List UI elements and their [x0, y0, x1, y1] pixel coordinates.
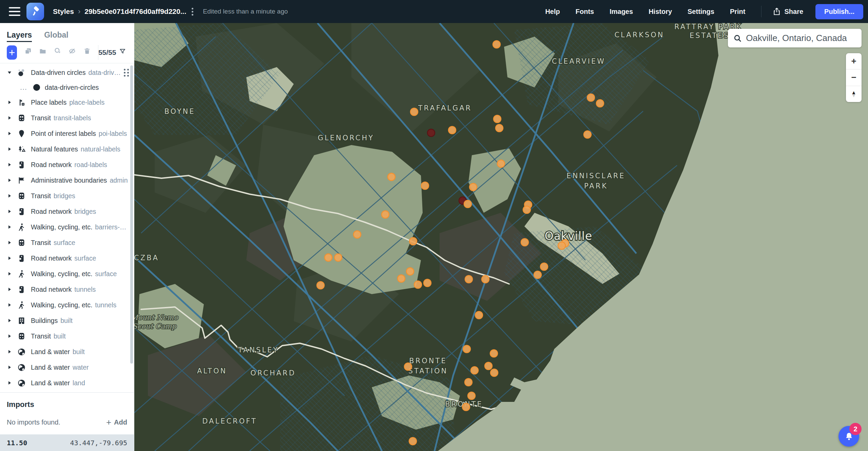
- map-data-circle[interactable]: [490, 369, 498, 376]
- map-data-circle[interactable]: [317, 282, 324, 289]
- caret-right-icon[interactable]: [7, 162, 12, 167]
- layer-group-row-admin[interactable]: Administrative boundariesadmin: [0, 172, 134, 188]
- zoom-in-button[interactable]: +: [846, 53, 862, 69]
- layer-group-row-land[interactable]: Land & waterland: [0, 375, 134, 391]
- map-data-circle[interactable]: [468, 392, 475, 399]
- delete-layer-trash-icon[interactable]: [83, 47, 91, 58]
- breadcrumb-style-name[interactable]: 29b5e0e071d4f76d0aff9d220...: [84, 7, 186, 16]
- layer-group-row-surface[interactable]: Transitsurface: [0, 235, 134, 250]
- search-input[interactable]: [746, 33, 856, 43]
- nav-item-settings[interactable]: Settings: [688, 8, 714, 16]
- zoom-out-button[interactable]: −: [846, 69, 862, 85]
- sidebar-scrollbar[interactable]: [130, 65, 133, 364]
- map-data-circle[interactable]: [448, 126, 456, 134]
- caret-right-icon[interactable]: [7, 240, 12, 245]
- caret-right-icon[interactable]: [7, 224, 12, 230]
- map-data-circle[interactable]: [382, 211, 389, 218]
- nav-item-images[interactable]: Images: [610, 8, 633, 16]
- caret-right-icon[interactable]: [7, 100, 12, 105]
- nav-item-print[interactable]: Print: [730, 8, 746, 16]
- caret-right-icon[interactable]: [7, 302, 12, 308]
- map-data-circle[interactable]: [334, 254, 342, 261]
- layer-group-row-tunnels[interactable]: Road networktunnels: [0, 282, 134, 297]
- map-data-circle[interactable]: [463, 345, 470, 353]
- map-data-circle[interactable]: [523, 206, 531, 213]
- caret-right-icon[interactable]: [7, 333, 12, 339]
- map-data-circle[interactable]: [534, 271, 541, 279]
- caret-right-icon[interactable]: [7, 287, 12, 292]
- map-data-circle[interactable]: [485, 362, 492, 370]
- map-data-circle[interactable]: [497, 160, 505, 167]
- map-data-circle[interactable]: [558, 242, 565, 249]
- tab-global[interactable]: Global: [44, 30, 69, 42]
- menu-icon[interactable]: [9, 7, 20, 16]
- map-data-circle-dark[interactable]: [427, 129, 435, 137]
- notifications-bell-button[interactable]: 2: [838, 426, 859, 447]
- caret-right-icon[interactable]: [7, 271, 12, 276]
- map-data-circle[interactable]: [471, 367, 478, 374]
- compass-button[interactable]: ▲▼: [846, 86, 862, 102]
- map-data-circle[interactable]: [398, 275, 405, 282]
- map-data-circle[interactable]: [462, 403, 470, 411]
- layer-group-row-built[interactable]: Land & waterbuilt: [0, 344, 134, 360]
- layer-group-row-bridges[interactable]: Road networkbridges: [0, 204, 134, 219]
- add-import-button[interactable]: + Add: [106, 417, 127, 428]
- duplicate-layer-icon[interactable]: [24, 47, 32, 58]
- layer-group-row-transit-labels[interactable]: Transittransit-labels: [0, 110, 134, 126]
- map-data-circle[interactable]: [424, 279, 431, 287]
- layer-group-row-expanded[interactable]: Data-driven circles data-driven-ci: [0, 65, 134, 80]
- map-data-circle[interactable]: [465, 378, 472, 386]
- nav-item-fonts[interactable]: Fonts: [576, 8, 594, 16]
- map-data-circle[interactable]: [465, 275, 472, 283]
- share-button[interactable]: Share: [772, 7, 804, 16]
- layer-group-row-road-labels[interactable]: Road networkroad-labels: [0, 157, 134, 172]
- map-data-circle[interactable]: [410, 108, 418, 116]
- map-canvas[interactable]: CLARKSONRATTRAY PARKESTATESCLEARVIEWTRAF…: [134, 23, 868, 451]
- map-viewport[interactable]: CLARKSONRATTRAY PARKESTATESCLEARVIEWTRAF…: [134, 23, 868, 451]
- layer-group-row-tunnels[interactable]: Walking, cycling, etc.tunnels: [0, 297, 134, 313]
- caret-right-icon[interactable]: [7, 131, 12, 136]
- add-layer-button[interactable]: +: [7, 45, 17, 60]
- caret-right-icon[interactable]: [7, 380, 12, 386]
- filter-layers-funnel-icon[interactable]: [119, 48, 126, 57]
- map-data-circle[interactable]: [482, 275, 489, 283]
- layer-group-row-surface[interactable]: Road networksurface: [0, 250, 134, 266]
- layer-group-row-natural-labels[interactable]: Natural featuresnatural-labels: [0, 141, 134, 157]
- layer-group-row-poi-labels[interactable]: Point of interest labelspoi-labels: [0, 126, 134, 141]
- map-data-circle[interactable]: [494, 115, 501, 123]
- caret-right-icon[interactable]: [7, 146, 12, 152]
- caret-right-icon[interactable]: [7, 365, 12, 370]
- caret-right-icon[interactable]: [7, 209, 12, 214]
- map-data-circle[interactable]: [540, 263, 548, 270]
- map-data-circle[interactable]: [521, 239, 528, 246]
- map-data-circle[interactable]: [493, 41, 500, 48]
- map-data-circle[interactable]: [409, 437, 417, 445]
- caret-down-icon[interactable]: [7, 70, 12, 75]
- layer-group-row-water[interactable]: Land & waterwater: [0, 360, 134, 375]
- mapbox-studio-logo-icon[interactable]: [26, 3, 44, 20]
- layer-group-row-bridges[interactable]: Transitbridges: [0, 188, 134, 204]
- map-data-circle[interactable]: [353, 231, 361, 238]
- caret-right-icon[interactable]: [7, 318, 12, 323]
- layer-group-row-surface[interactable]: Walking, cycling, etc.surface: [0, 266, 134, 282]
- map-data-circle[interactable]: [406, 268, 414, 275]
- nav-item-history[interactable]: History: [649, 8, 672, 16]
- caret-right-icon[interactable]: [7, 115, 12, 121]
- map-data-circle[interactable]: [404, 363, 412, 370]
- select-layer-on-map-icon[interactable]: [54, 47, 61, 58]
- publish-button[interactable]: Publish...: [815, 4, 863, 19]
- layer-row-data-driven-circles[interactable]: … data-driven-circles: [0, 80, 134, 95]
- map-data-circle[interactable]: [496, 124, 503, 132]
- map-data-circle[interactable]: [596, 100, 604, 107]
- map-data-circle[interactable]: [587, 94, 595, 101]
- hide-layer-eye-off-icon[interactable]: [69, 47, 76, 58]
- map-data-circle[interactable]: [464, 200, 471, 208]
- nav-item-help[interactable]: Help: [545, 8, 560, 16]
- tab-layers[interactable]: Layers: [7, 30, 32, 42]
- layer-group-row-barriers-bridges[interactable]: Walking, cycling, etc.barriers-bridges: [0, 219, 134, 235]
- map-data-circle[interactable]: [421, 182, 429, 189]
- layer-group-row-place-labels[interactable]: Place labelsplace-labels: [0, 95, 134, 110]
- map-data-circle[interactable]: [414, 281, 422, 288]
- map-data-circle[interactable]: [475, 311, 483, 319]
- caret-right-icon[interactable]: [7, 178, 12, 183]
